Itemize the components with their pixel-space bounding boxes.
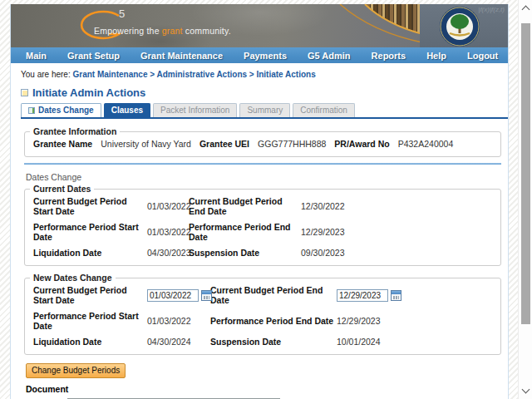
page-title-icon: [21, 89, 28, 96]
nav-item-logout[interactable]: Logout: [467, 51, 498, 61]
current-dates-legend: Current Dates: [30, 184, 94, 194]
current-budget-start-label: Current Budget Period Start Date: [33, 196, 147, 216]
current-budget-end-value: 12/30/2022: [301, 201, 492, 211]
performance-end-label: Performance Period End Date: [189, 222, 301, 242]
scrollbar-down-icon[interactable]: [522, 386, 530, 394]
header-banner: 5 Empowering the grant community. |f(x)|…: [11, 4, 508, 47]
nav-item-g5-admin[interactable]: G5 Admin: [308, 51, 351, 61]
nav-item-grant-setup[interactable]: Grant Setup: [67, 51, 120, 61]
tab-confirmation[interactable]: Confirmation: [293, 103, 355, 117]
liquidation-date-label: Liquidation Date: [33, 248, 147, 258]
new-budget-start-input[interactable]: [147, 289, 199, 302]
suspension-date-label: Suspension Date: [189, 248, 301, 258]
vertical-scrollbar[interactable]: [518, 0, 532, 399]
liquidation-date-value: 04/30/2023: [147, 248, 189, 258]
dates-change-section-label: Dates Change: [26, 172, 508, 182]
expand-icon: [28, 107, 35, 114]
performance-start-value: 01/03/2022: [147, 227, 189, 237]
scrollbar-thumb[interactable]: [521, 23, 530, 324]
breadcrumb: You are here: Grant Maintenance > Admini…: [21, 70, 508, 79]
new-performance-end-value: 12/29/2023: [337, 316, 492, 326]
new-dates-change-fieldset: New Dates Change Current Budget Period S…: [24, 273, 501, 355]
app-window: 5 Empowering the grant community. |f(x)|…: [10, 4, 509, 399]
new-dates-change-legend: New Dates Change: [30, 273, 116, 283]
page-content: You are here: Grant Maintenance > Admini…: [11, 70, 508, 399]
new-budget-end-input[interactable]: [337, 289, 388, 302]
tab-clauses[interactable]: Clauses: [104, 103, 150, 117]
calendar-icon[interactable]: [201, 290, 212, 301]
tab-dates-change-label: Dates Change: [38, 106, 94, 115]
page-title: Initiate Admin Actions: [32, 86, 145, 99]
current-budget-end-label: Current Budget Period End Date: [189, 196, 301, 216]
pr-award-no-value: P432A240004: [398, 139, 454, 149]
new-budget-end-label: Current Budget Period End Date: [210, 285, 337, 305]
breadcrumb-path[interactable]: Grant Maintenance > Administrative Actio…: [72, 70, 315, 79]
current-dates-fieldset: Current Dates Current Budget Period Star…: [24, 184, 501, 266]
new-suspension-date-label: Suspension Date: [210, 337, 337, 347]
new-performance-start-value: 01/03/2022: [147, 316, 210, 326]
tab-packet-information[interactable]: Packet Information: [153, 103, 237, 117]
new-liquidation-date-label: Liquidation Date: [33, 337, 147, 347]
calendar-icon[interactable]: [391, 290, 401, 301]
new-suspension-date-value: 10/01/2024: [337, 337, 492, 347]
new-liquidation-date-value: 04/30/2024: [147, 337, 210, 347]
tab-summary[interactable]: Summary: [239, 103, 290, 117]
grantee-uei-label: Grantee UEI: [200, 139, 249, 149]
current-budget-start-value: 01/03/2022: [147, 201, 189, 211]
tagline: Empowering the grant community.: [94, 26, 231, 36]
breadcrumb-prefix: You are here:: [21, 70, 71, 79]
g5-logo-5: 5: [119, 7, 125, 20]
pr-award-no-label: PR/Award No: [334, 139, 389, 149]
document-label: Document: [26, 384, 508, 394]
new-performance-end-label: Performance Period End Date: [210, 316, 337, 326]
grantee-uei-value: GGG777HHH888: [258, 139, 326, 149]
formula-texture: |f(x)|f(z,t): [478, 6, 505, 13]
nav-item-payments[interactable]: Payments: [244, 51, 287, 61]
grantee-information-legend: Grantee Information: [30, 126, 120, 136]
section-divider: [24, 163, 501, 165]
suspension-date-value: 09/30/2023: [301, 248, 492, 258]
tab-bar: Dates Change Clauses Packet Information …: [21, 103, 508, 119]
grantee-name-label: Grantee Name: [33, 139, 92, 149]
nav-item-main[interactable]: Main: [26, 51, 47, 61]
nav-item-grant-maintenance[interactable]: Grant Maintenance: [140, 51, 223, 61]
nav-item-reports[interactable]: Reports: [372, 51, 406, 61]
nav-item-help[interactable]: Help: [426, 51, 446, 61]
performance-start-label: Performance Period Start Date: [33, 222, 147, 242]
main-nav: Main Grant Setup Grant Maintenance Payme…: [11, 47, 508, 63]
scrollbar-up-icon[interactable]: [522, 6, 530, 14]
performance-end-value: 12/29/2023: [301, 227, 492, 237]
new-budget-start-label: Current Budget Period Start Date: [33, 285, 147, 305]
grantee-name-value: University of Navy Yard: [101, 139, 191, 149]
change-budget-periods-button[interactable]: Change Budget Periods: [26, 363, 126, 378]
grantee-information-fieldset: Grantee Information Grantee Name Univers…: [24, 126, 501, 157]
new-performance-start-label: Performance Period Start Date: [33, 311, 147, 331]
department-of-education-seal: [438, 6, 481, 47]
tab-dates-change[interactable]: Dates Change: [21, 103, 101, 117]
